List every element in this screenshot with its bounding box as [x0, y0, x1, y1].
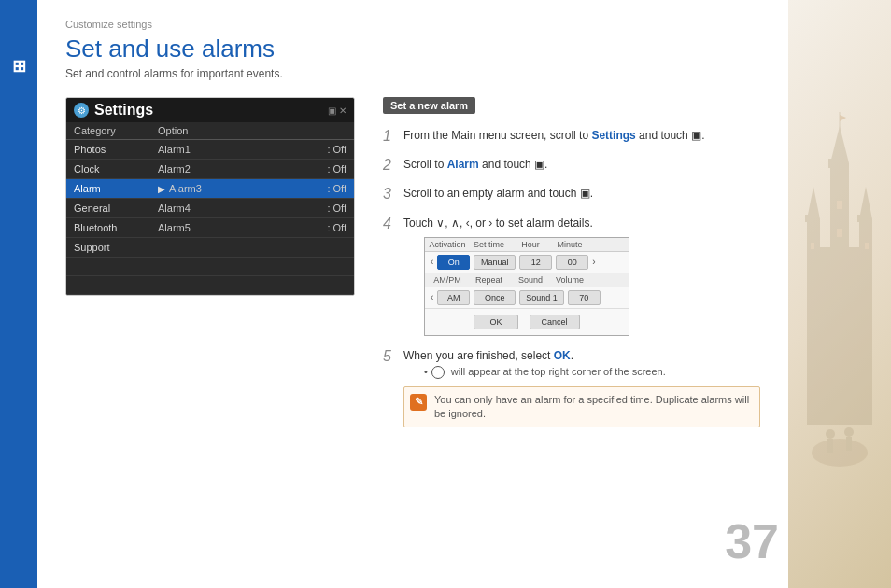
svg-rect-25: [827, 439, 833, 453]
minute-label: Minute: [551, 240, 588, 249]
settings-row-alarm[interactable]: Alarm ▶ Alarm3 : Off: [66, 179, 354, 199]
main-content: Customize settings Set and use alarms Se…: [37, 0, 788, 588]
cat-alarm: Alarm: [74, 183, 158, 194]
alarm-row-1: ‹ On Manual 12 00 ›: [425, 252, 629, 273]
svg-rect-17: [837, 201, 842, 209]
btn-am[interactable]: AM: [437, 290, 470, 305]
btn-once[interactable]: Once: [474, 290, 516, 305]
btn-volume[interactable]: 70: [568, 290, 601, 305]
alarm-link: Alarm: [447, 158, 479, 171]
cat-support: Support: [74, 242, 158, 253]
btn-hour[interactable]: 12: [519, 255, 552, 270]
hour-label: Hour: [512, 240, 549, 249]
svg-rect-18: [837, 229, 842, 237]
step-4: 4 Touch ∨, ∧, ‹, or › to set alarm detai…: [383, 215, 760, 336]
btn-sound[interactable]: Sound 1: [519, 290, 564, 305]
svg-marker-1: [830, 126, 849, 163]
alarm-ok-button[interactable]: OK: [474, 315, 517, 329]
step-1-num: 1: [383, 127, 398, 145]
right-arrow-1: ›: [592, 257, 595, 267]
alarm-cancel-button[interactable]: Cancel: [530, 315, 580, 329]
titlebar-icons: ▣ ✕: [328, 105, 346, 116]
step-5-num: 5: [383, 347, 398, 365]
val-alarm2: : Off: [290, 163, 346, 175]
breadcrumb: Customize settings: [65, 19, 760, 30]
step5-note: • will appear at the top right corner of…: [424, 366, 760, 379]
alarm-header-row: Activation Set time Hour Minute: [425, 238, 629, 252]
svg-rect-2: [828, 159, 833, 168]
btn-minute[interactable]: 00: [556, 255, 588, 270]
svg-marker-11: [859, 187, 872, 219]
step5-bullet: • will appear at the top right corner of…: [424, 366, 760, 379]
step-5-text: When you are finished, select OK.: [403, 349, 573, 362]
col-val-header: [290, 125, 346, 136]
svg-rect-15: [820, 247, 830, 425]
step-2-num: 2: [383, 156, 398, 174]
step-3-num: 3: [383, 185, 398, 203]
settings-row-empty1: [66, 258, 354, 276]
right-decorative-panel: [788, 0, 891, 588]
title-divider: [293, 49, 760, 49]
settings-gear-icon: ⚙: [74, 103, 89, 118]
step-4-num: 4: [383, 215, 398, 232]
note-box: ✎ You can only have an alarm for a speci…: [403, 386, 760, 428]
val-alarm4: : Off: [290, 203, 346, 214]
svg-rect-9: [814, 215, 818, 222]
subtitle: Set and control alarms for important eve…: [65, 67, 760, 80]
svg-marker-6: [807, 187, 820, 219]
svg-rect-14: [867, 215, 870, 222]
btn-manual[interactable]: Manual: [474, 255, 516, 270]
svg-rect-10: [859, 219, 872, 425]
step-1: 1 From the Main menu screen, scroll to S…: [383, 127, 760, 145]
left-arrow-2: ‹: [431, 292, 433, 302]
svg-rect-19: [811, 243, 814, 249]
instructions: Set a new alarm 1 From the Main menu scr…: [383, 97, 760, 439]
page-number: 37: [725, 513, 779, 569]
svg-point-23: [812, 439, 868, 467]
svg-rect-12: [857, 215, 861, 222]
page-title: Set and use alarms: [65, 35, 760, 63]
svg-rect-16: [849, 247, 859, 425]
step-4-text: Touch ∨, ∧, ‹, or › to set alarm details…: [403, 217, 593, 230]
svg-rect-3: [835, 159, 840, 168]
col-option-header: Option: [158, 125, 290, 136]
val-alarm1: : Off: [290, 144, 346, 155]
step-2: 2 Scroll to Alarm and touch ▣.: [383, 156, 760, 174]
note-text: You can only have an alarm for a specifi…: [434, 393, 754, 422]
svg-marker-22: [840, 115, 846, 121]
repeat-label: Repeat: [468, 275, 510, 285]
settings-header-row: Category Option: [66, 122, 354, 140]
settime-label: Set time: [468, 240, 510, 249]
settings-row-bluetooth[interactable]: Bluetooth Alarm5 : Off: [66, 218, 354, 238]
settings-row-empty2: [66, 276, 354, 295]
settings-row-general[interactable]: General Alarm4 : Off: [66, 199, 354, 218]
svg-rect-5: [807, 219, 820, 425]
bullet-dot: •: [424, 366, 428, 377]
cat-bluetooth: Bluetooth: [74, 222, 158, 233]
svg-rect-4: [842, 159, 846, 168]
step5-bullet-text: will appear at the top right corner of t…: [451, 366, 666, 377]
svg-rect-7: [805, 215, 809, 222]
alarm-okcancel-row: OK Cancel: [425, 309, 629, 335]
settings-screenshot: ⚙ Settings ▣ ✕ Category Option Photos Al…: [65, 97, 355, 296]
settings-row-photos[interactable]: Photos Alarm1 : Off: [66, 140, 354, 160]
settings-link: Settings: [591, 129, 635, 142]
step-3-text: Scroll to an empty alarm and touch ▣.: [403, 185, 593, 202]
btn-on[interactable]: On: [437, 255, 470, 270]
settings-row-support[interactable]: Support: [66, 238, 354, 258]
svg-rect-27: [846, 437, 852, 451]
opt-alarm2: Alarm2: [158, 163, 290, 175]
settings-row-clock[interactable]: Clock Alarm2 : Off: [66, 160, 354, 179]
activation-label: Activation: [429, 240, 466, 249]
svg-rect-8: [810, 215, 813, 222]
val-alarm3: : Off: [290, 183, 346, 194]
step-1-text: From the Main menu screen, scroll to Set…: [403, 127, 704, 144]
opt-alarm3: Alarm3: [169, 183, 290, 194]
opt-alarm4: Alarm4: [158, 203, 290, 214]
opt-alarm5: Alarm5: [158, 222, 290, 233]
left-strip: ⊞: [0, 0, 37, 588]
col-category-header: Category: [74, 125, 158, 136]
sound-label: Sound: [512, 275, 549, 285]
alarm-detail-box: Activation Set time Hour Minute ‹ On Man…: [424, 237, 629, 336]
castle-silhouette: [798, 107, 882, 481]
